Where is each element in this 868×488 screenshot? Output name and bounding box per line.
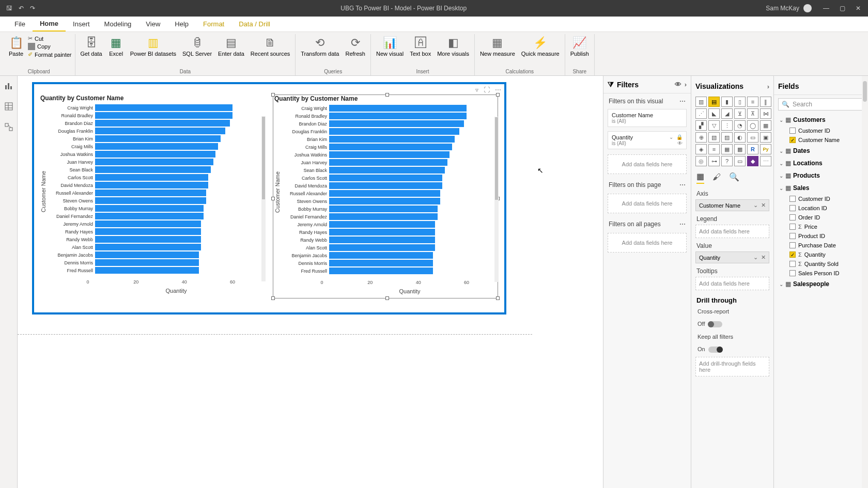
bar[interactable]: [95, 213, 204, 219]
table-locations[interactable]: ⌄▦Locations: [774, 157, 868, 169]
more-icon[interactable]: ⋯: [679, 98, 686, 105]
bar[interactable]: [95, 151, 215, 158]
checkbox[interactable]: [789, 224, 796, 230]
data-view-button[interactable]: [3, 101, 14, 112]
field-quantity[interactable]: ✓ΣQuantity: [774, 250, 868, 259]
cut-button[interactable]: ✂Cut: [28, 35, 72, 42]
bar[interactable]: [95, 182, 208, 188]
gauge-icon[interactable]: ◐: [734, 132, 746, 143]
get-data-button[interactable]: 🗄Get data: [79, 34, 104, 68]
bar[interactable]: [95, 112, 233, 119]
bar[interactable]: [95, 259, 199, 266]
bar-row[interactable]: Dennis Morris: [49, 259, 265, 266]
paginated-icon[interactable]: ▭: [734, 156, 746, 166]
bar[interactable]: [95, 174, 208, 181]
table-dates[interactable]: ⌄▦Dates: [774, 145, 868, 157]
eye-icon[interactable]: 👁: [675, 81, 681, 88]
report-view-button[interactable]: [3, 80, 14, 91]
table-sales[interactable]: ⌄▦Sales: [774, 182, 868, 194]
bar-row[interactable]: Benjamin Jacobs: [283, 251, 498, 259]
save-icon[interactable]: 🖫: [6, 5, 12, 12]
bar-row[interactable]: Russell Alexander: [49, 189, 265, 197]
bar[interactable]: [329, 244, 435, 251]
excel-button[interactable]: ▦Excel: [106, 34, 126, 68]
shape-map-icon[interactable]: ▨: [721, 132, 733, 143]
bar-row[interactable]: Ronald Bradley: [49, 112, 265, 119]
multi-card-icon[interactable]: ▣: [760, 132, 771, 143]
bar[interactable]: [329, 213, 438, 220]
bar[interactable]: [95, 104, 233, 111]
bar-row[interactable]: Craig Wright: [49, 104, 265, 112]
field-sales-person-id[interactable]: Sales Person ID: [774, 269, 868, 278]
report-page[interactable]: ▿ ⛶ ⋯ Quantity by Customer Name Customer…: [32, 82, 506, 314]
bar[interactable]: [329, 120, 464, 127]
remove-icon[interactable]: ✕: [761, 254, 766, 261]
bar-row[interactable]: Carlos Scott: [283, 174, 498, 182]
bar[interactable]: [95, 205, 204, 212]
field-customer-name[interactable]: ✓Customer Name: [774, 135, 868, 145]
report-canvas[interactable]: ▿ ⛶ ⋯ Quantity by Customer Name Customer…: [18, 76, 603, 488]
bar[interactable]: [95, 143, 218, 150]
user-name[interactable]: Sam McKay: [766, 5, 799, 12]
waterfall-icon[interactable]: ▞: [695, 120, 707, 131]
quick-measure-button[interactable]: ⚡Quick measure: [519, 34, 562, 68]
bar[interactable]: [95, 267, 199, 274]
bar-row[interactable]: Craig Mills: [49, 143, 265, 150]
checkbox[interactable]: [789, 196, 796, 202]
checkbox[interactable]: [789, 128, 796, 134]
recent-sources-button[interactable]: 🗎Recent sources: [249, 34, 292, 68]
model-view-button[interactable]: [3, 121, 14, 133]
r-visual-icon[interactable]: R: [747, 144, 758, 154]
bar[interactable]: [329, 128, 459, 135]
bar-row[interactable]: Joshua Watkins: [283, 151, 498, 159]
text-box-button[interactable]: 🄰Text box: [408, 34, 433, 68]
donut-icon[interactable]: ◯: [747, 120, 758, 131]
field-purchase-date[interactable]: Purchase Date: [774, 241, 868, 250]
checkbox[interactable]: [789, 233, 796, 239]
bar-row[interactable]: Brandon Diaz: [283, 120, 498, 128]
bar[interactable]: [329, 267, 433, 274]
new-measure-button[interactable]: ▦New measure: [478, 34, 517, 68]
filled-map-icon[interactable]: ▧: [708, 132, 720, 143]
bar[interactable]: [95, 120, 230, 127]
table-salespeople[interactable]: ⌄▦Salespeople: [774, 278, 868, 290]
tab-file[interactable]: File: [7, 17, 33, 31]
field-customer-id[interactable]: Customer ID: [774, 126, 868, 135]
chart-scrollbar[interactable]: [261, 116, 266, 281]
tab-home[interactable]: Home: [33, 17, 66, 32]
scatter-icon[interactable]: ⋮: [721, 120, 733, 131]
chart-scrollbar[interactable]: [494, 117, 499, 282]
field-order-id[interactable]: Order ID: [774, 213, 868, 222]
user-avatar-icon[interactable]: [803, 4, 812, 12]
bar[interactable]: [329, 260, 433, 266]
bar-row[interactable]: Bobby Murray: [283, 205, 498, 213]
resize-handle[interactable]: [496, 93, 500, 97]
checkbox-checked[interactable]: ✓: [789, 251, 796, 258]
line-column-icon[interactable]: ⊻: [734, 108, 746, 119]
bar[interactable]: [329, 190, 440, 197]
bar[interactable]: [329, 136, 455, 143]
line-column-2-icon[interactable]: ⊼: [747, 108, 758, 119]
bar[interactable]: [329, 151, 450, 158]
bar-row[interactable]: Ronald Bradley: [283, 112, 498, 120]
get-more-visuals-icon[interactable]: ⋯: [760, 156, 771, 166]
bar-row[interactable]: Alan Scott: [283, 244, 498, 251]
bar-row[interactable]: Randy Webb: [49, 235, 265, 243]
paste-button[interactable]: 📋Paste: [6, 34, 26, 68]
resize-handle[interactable]: [271, 296, 275, 300]
area-chart-icon[interactable]: ◣: [708, 108, 720, 119]
resize-handle[interactable]: [385, 296, 389, 300]
map-icon[interactable]: ⊕: [695, 132, 707, 143]
fields-tab-icon[interactable]: ▦: [696, 171, 704, 184]
bar[interactable]: [329, 182, 442, 189]
bar-row[interactable]: Randy Webb: [283, 236, 498, 244]
value-well-value[interactable]: Quantity⌄✕: [695, 251, 769, 263]
cross-report-toggle[interactable]: [708, 321, 722, 327]
checkbox[interactable]: [789, 205, 796, 211]
card-icon[interactable]: ▭: [747, 132, 758, 143]
pbi-datasets-button[interactable]: ▥Power BI datasets: [128, 34, 178, 68]
bar[interactable]: [95, 251, 199, 258]
keep-all-toggle[interactable]: [708, 347, 723, 353]
field-location-id[interactable]: Location ID: [774, 203, 868, 213]
field-sales-customer-id[interactable]: Customer ID: [774, 194, 868, 203]
